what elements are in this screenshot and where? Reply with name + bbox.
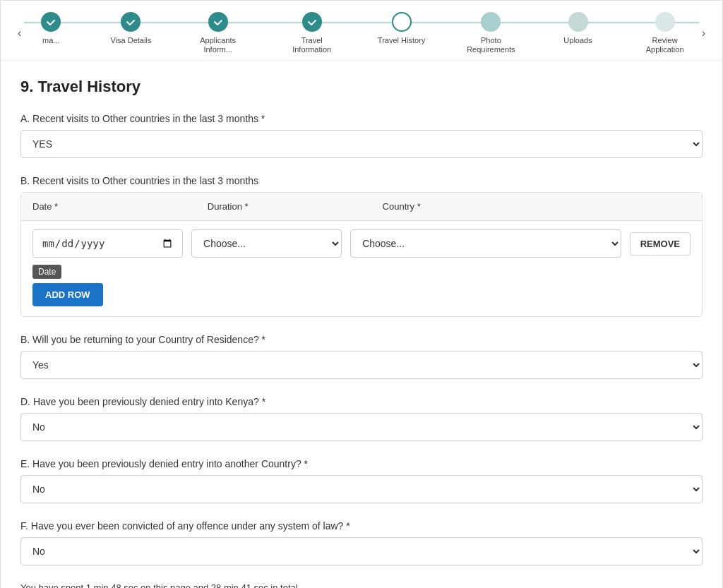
step-travel-history[interactable]: Travel History — [378, 12, 425, 45]
add-row-button[interactable]: ADD ROW — [32, 283, 103, 306]
section-f: F. Have you ever been convicted of any o… — [20, 520, 703, 565]
step-travel-information[interactable]: Travel Information — [284, 12, 340, 54]
step-label-review-application: Review Application — [637, 36, 693, 54]
step-label-uploads: Uploads — [563, 36, 592, 45]
step-label-ma: ma... — [42, 36, 59, 45]
stepper: ‹ ma... Visa Details — [1, 1, 722, 61]
page-title: 9. Travel History — [20, 78, 703, 96]
step-circle-travel-history — [392, 12, 412, 32]
stepper-prev-arrow[interactable]: ‹ — [15, 27, 24, 40]
duration-select[interactable]: Choose... 1 day 2 days 3 days 1 week 2 w… — [191, 229, 342, 258]
section-b-return-label: B. Will you be returning to your Country… — [20, 334, 703, 345]
section-d-label: D. Have you been previously denied entry… — [20, 396, 703, 407]
section-b-return-select[interactable]: Yes No — [20, 351, 703, 379]
step-circle-uploads — [568, 12, 588, 32]
section-a: A. Recent visits to Other countries in t… — [20, 113, 703, 158]
stepper-next-arrow[interactable]: › — [699, 27, 708, 40]
section-d: D. Have you been previously denied entry… — [20, 396, 703, 441]
step-label-applicants-info: Applicants Inform... — [190, 36, 246, 54]
section-f-label: F. Have you ever been convicted of any o… — [20, 520, 703, 532]
country-select[interactable]: Choose... USA UK France Germany India Ch… — [350, 229, 621, 258]
step-visa-details[interactable]: Visa Details — [109, 12, 152, 45]
step-circle-review-application — [655, 12, 675, 32]
stepper-items: ma... Visa Details Applicants Inform... — [24, 12, 698, 54]
step-circle-travel-information — [302, 12, 322, 32]
section-a-label: A. Recent visits to Other countries in t… — [20, 113, 703, 124]
section-b-table-wrapper: B. Recent visits to Other countries in t… — [20, 175, 703, 317]
section-b-return: B. Will you be returning to your Country… — [20, 334, 703, 379]
main-content: 9. Travel History A. Recent visits to Ot… — [1, 61, 722, 588]
step-circle-visa-details — [121, 12, 141, 32]
add-row-area: Date ADD ROW — [21, 266, 702, 316]
remove-row-button[interactable]: REMOVE — [630, 232, 691, 256]
step-circle-photo-requirements — [481, 12, 501, 32]
footer-time-message: You have spent 1 min 48 sec on this page… — [20, 582, 703, 588]
step-label-travel-history: Travel History — [378, 36, 425, 45]
table-row: Choose... 1 day 2 days 3 days 1 week 2 w… — [21, 221, 702, 266]
step-applicants-info[interactable]: Applicants Inform... — [190, 12, 246, 54]
col-date-header: Date * — [32, 201, 199, 212]
section-e-label: E. Have you been previously denied entry… — [20, 458, 703, 469]
col-country-header: Country * — [383, 201, 682, 212]
step-circle-ma — [41, 12, 61, 32]
section-e-select[interactable]: No Yes — [20, 475, 703, 503]
section-f-select[interactable]: No Yes — [20, 537, 703, 565]
date-input[interactable] — [32, 229, 183, 258]
step-photo-requirements[interactable]: Photo Requirements — [462, 12, 519, 54]
step-label-photo-requirements: Photo Requirements — [462, 36, 519, 54]
step-uploads[interactable]: Uploads — [557, 12, 599, 45]
step-review-application[interactable]: Review Application — [637, 12, 693, 54]
table-header: Date * Duration * Country * — [21, 193, 702, 221]
date-tooltip: Date — [32, 265, 61, 279]
step-label-visa-details: Visa Details — [111, 36, 152, 45]
section-d-select[interactable]: No Yes — [20, 413, 703, 441]
step-circle-applicants-info — [208, 12, 228, 32]
visits-table: Date * Duration * Country * Choose... 1 … — [20, 192, 703, 317]
section-e: E. Have you been previously denied entry… — [20, 458, 703, 503]
section-a-select[interactable]: YES NO — [20, 130, 703, 158]
col-duration-header: Duration * — [208, 201, 374, 212]
step-ma[interactable]: ma... — [30, 12, 72, 45]
section-b-table-label: B. Recent visits to Other countries in t… — [20, 175, 703, 186]
step-label-travel-information: Travel Information — [284, 36, 340, 54]
